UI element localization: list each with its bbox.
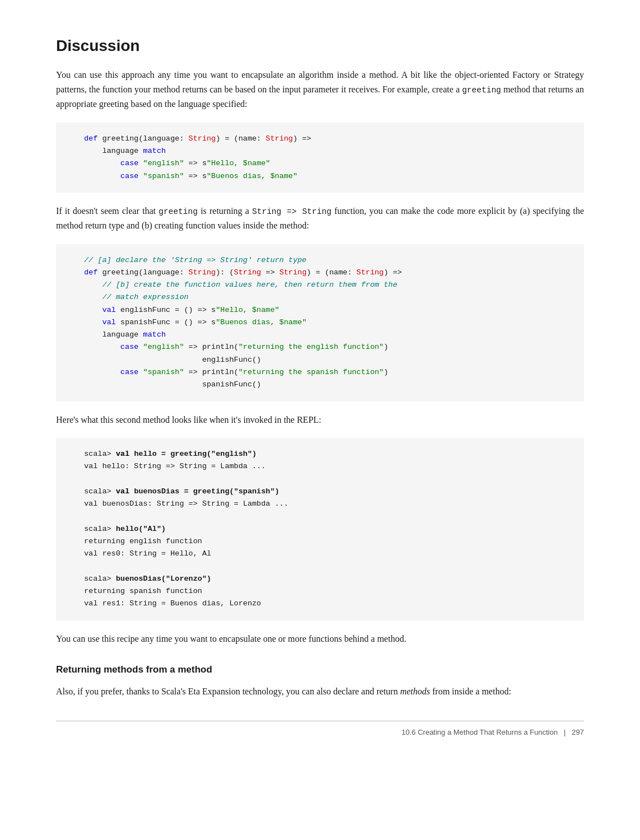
footer-text: 10.6 Creating a Method That Returns a Fu… — [402, 727, 584, 738]
paragraph-4: You can use this recipe any time you wan… — [56, 632, 584, 646]
paragraph-5: Also, if you prefer, thanks to Scala's E… — [56, 684, 584, 699]
footer: 10.6 Creating a Method That Returns a Fu… — [56, 721, 584, 738]
footer-separator: | — [564, 728, 565, 736]
subsection-heading: Returning methods from a method — [56, 662, 584, 677]
footer-chapter: 10.6 Creating a Method That Returns a Fu… — [402, 728, 558, 736]
code-block-1: def greeting(language: String) = (name: … — [56, 123, 584, 193]
paragraph-3: Here's what this second method looks lik… — [56, 413, 584, 427]
paragraph-1: You can use this approach any time you w… — [56, 68, 584, 111]
section-heading: Discussion — [56, 34, 584, 58]
code-block-2: // [a] declare the 'String => String' re… — [56, 244, 584, 402]
page: Discussion You can use this approach any… — [0, 0, 640, 840]
code-block-3: scala> val hello = greeting("english") v… — [56, 438, 584, 620]
paragraph-2: If it doesn't seem clear that greeting i… — [56, 204, 584, 233]
footer-page-number: 297 — [572, 728, 584, 736]
